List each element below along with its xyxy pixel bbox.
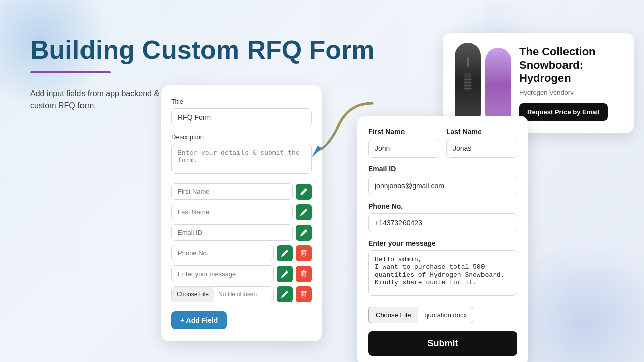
field-row-email: [171, 224, 312, 241]
first-name-col: First Name: [368, 128, 439, 158]
pencil-icon: [300, 188, 307, 195]
field-row-phone: [171, 245, 312, 261]
rfq-file-row: Choose File quotation.docx: [368, 307, 517, 323]
message-section: Enter your message Hello admin, I want t…: [368, 239, 517, 305]
message-field[interactable]: [171, 265, 274, 282]
product-title: The Collection Snowboard: Hydrogen: [519, 45, 622, 85]
file-input-wrapper: Choose File No file chosen: [171, 286, 274, 302]
choose-file-button[interactable]: Choose File: [172, 287, 214, 302]
pencil-icon: [300, 229, 307, 236]
edit-last-name-button[interactable]: [296, 204, 312, 220]
delete-file-button[interactable]: [296, 286, 312, 302]
title-input[interactable]: [171, 108, 312, 126]
desc-label: Description: [171, 133, 312, 141]
edit-phone-button[interactable]: [277, 245, 293, 261]
phone-field[interactable]: [171, 245, 274, 261]
trash-icon: [300, 250, 307, 257]
arrow-svg: [307, 98, 377, 158]
snowboard-black-image: [455, 43, 481, 123]
edit-email-button[interactable]: [296, 225, 312, 241]
email-section: Email ID: [368, 165, 517, 195]
product-info: The Collection Snowboard: Hydrogen Hydro…: [519, 45, 622, 120]
last-name-label: Last Name: [446, 128, 517, 136]
rfq-phone-input[interactable]: [368, 213, 517, 232]
delete-message-button[interactable]: [296, 266, 312, 282]
add-field-button[interactable]: + Add Field: [171, 311, 227, 329]
field-row-first-name: [171, 183, 312, 200]
form-builder-card: Title Description Enter your details & s…: [161, 85, 322, 341]
title-underline: [30, 71, 111, 73]
trash-icon: [300, 291, 307, 298]
phone-label: Phone No.: [368, 202, 517, 210]
pencil-icon: [300, 209, 307, 216]
snowboard-purple-image: [485, 48, 511, 123]
rfq-submit-button[interactable]: Submit: [368, 331, 517, 356]
desc-textarea[interactable]: Enter your details & submit the form.: [171, 144, 312, 174]
title-label: Title: [171, 98, 312, 105]
last-name-field[interactable]: [171, 204, 293, 220]
pencil-icon: [281, 270, 288, 278]
page-subtitle: Add input fields from app backend & buil…: [30, 87, 181, 112]
last-name-col: Last Name: [446, 128, 517, 158]
rfq-first-name-input[interactable]: [368, 139, 439, 158]
rfq-last-name-input[interactable]: [446, 139, 517, 158]
product-vendor: Hydrogen Vendorv: [519, 88, 622, 96]
field-row-last-name: [171, 204, 312, 220]
edit-message-button[interactable]: [277, 266, 293, 282]
first-name-label: First Name: [368, 128, 439, 136]
svg-marker-0: [312, 146, 322, 157]
delete-phone-button[interactable]: [296, 245, 312, 261]
email-id-label: Email ID: [368, 165, 517, 173]
edit-file-button[interactable]: [277, 286, 293, 302]
rfq-choose-file-button[interactable]: Choose File: [368, 307, 418, 323]
rfq-email-input[interactable]: [368, 176, 517, 195]
rfq-file-name: quotation.docx: [418, 307, 473, 323]
trash-icon: [300, 270, 307, 278]
pencil-icon: [281, 291, 288, 298]
file-no-chosen: No file chosen: [214, 291, 261, 298]
message-label: Enter your message: [368, 239, 517, 247]
name-row: First Name Last Name: [368, 128, 517, 158]
email-field[interactable]: [171, 224, 293, 241]
field-row-message: [171, 265, 312, 282]
page-title: Building Custom RFQ Form: [30, 35, 375, 65]
request-price-button[interactable]: Request Price by Email: [519, 103, 608, 121]
field-row-file: Choose File No file chosen: [171, 286, 312, 302]
pencil-icon: [281, 250, 288, 257]
rfq-form-card: First Name Last Name Email ID Phone No. …: [357, 116, 528, 362]
first-name-field[interactable]: [171, 183, 293, 200]
edit-first-name-button[interactable]: [296, 184, 312, 200]
phone-section: Phone No.: [368, 202, 517, 232]
rfq-message-textarea[interactable]: Hello admin, I want to purchase total 50…: [368, 250, 517, 296]
product-images: [455, 43, 511, 123]
